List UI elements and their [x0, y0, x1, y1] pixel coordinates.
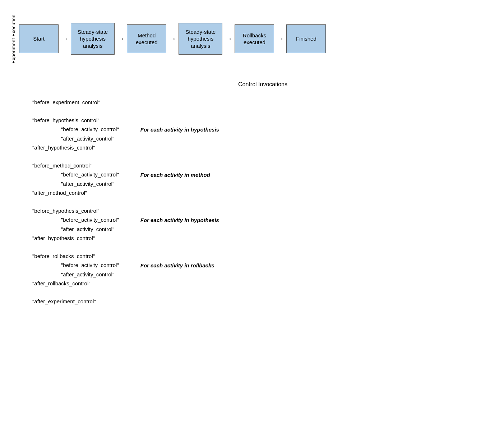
inv-note: For each activity in hypothesis: [140, 217, 219, 223]
arrow-5: →: [274, 34, 286, 43]
inv-line: "before_rollbacks_control": [32, 252, 493, 261]
flow-node-finished: Finished: [286, 24, 326, 53]
inv-line: "before_method_control": [32, 161, 493, 170]
inv-line: "before_hypothesis_control": [32, 206, 493, 216]
invocation-block-3: "before_hypothesis_control" "before_acti…: [32, 206, 493, 243]
inv-line: "after_activity_control": [61, 134, 493, 143]
inv-line: "before_hypothesis_control": [32, 116, 493, 125]
inv-line: "before_activity_control": [61, 170, 119, 179]
inv-line-with-note: "before_activity_control" For each activ…: [32, 170, 493, 179]
inv-line-with-note: "before_activity_control" For each activ…: [32, 125, 493, 134]
inv-line: "before_activity_control": [61, 125, 119, 134]
invocation-block-1: "before_hypothesis_control" "before_acti…: [32, 116, 493, 152]
flow-diagram: Start → Steady-statehypothesisanalysis →…: [19, 23, 326, 55]
section-title: Control Invocations: [32, 81, 493, 88]
inv-line: "before_activity_control": [61, 261, 119, 270]
arrow-4: →: [222, 34, 235, 43]
invocation-block-4: "before_rollbacks_control" "before_activ…: [32, 252, 493, 288]
content-area: Control Invocations "before_experiment_c…: [11, 81, 493, 306]
inv-line: "after_activity_control": [61, 225, 493, 234]
inv-line: "after_experiment_control": [32, 297, 493, 306]
inv-line: "before_activity_control": [61, 215, 119, 225]
inv-note: For each activity in hypothesis: [140, 127, 219, 133]
inv-line-with-note: "before_activity_control" For each activ…: [32, 215, 493, 225]
inv-note: For each activity in rollbacks: [140, 262, 214, 268]
inv-line: "after_hypothesis_control": [32, 234, 493, 243]
flow-node-steady-state-1: Steady-statehypothesisanalysis: [71, 23, 115, 55]
inv-line: "after_rollbacks_control": [32, 279, 493, 288]
diagram-wrapper: Experiment Execution Start → Steady-stat…: [11, 14, 493, 63]
arrow-3: →: [166, 34, 179, 43]
vertical-label: Experiment Execution: [11, 14, 16, 63]
flow-node-method-executed: Methodexecuted: [127, 24, 166, 53]
flow-node-steady-state-2: Steady-statehypothesisanalysis: [179, 23, 222, 55]
inv-line: "after_activity_control": [61, 179, 493, 189]
flow-node-rollbacks-executed: Rollbacksexecuted: [235, 24, 274, 53]
arrow-1: →: [59, 34, 71, 43]
inv-line: "before_experiment_control": [32, 98, 493, 107]
inv-line-with-note: "before_activity_control" For each activ…: [32, 261, 493, 270]
invocation-block-2: "before_method_control" "before_activity…: [32, 161, 493, 198]
invocation-block-5: "after_experiment_control": [32, 297, 493, 306]
inv-line: "after_activity_control": [61, 270, 493, 279]
invocation-block-0: "before_experiment_control": [32, 98, 493, 107]
flow-node-start: Start: [19, 24, 59, 53]
inv-line: "after_method_control": [32, 188, 493, 198]
arrow-2: →: [115, 34, 127, 43]
inv-line: "after_hypothesis_control": [32, 143, 493, 152]
inv-note: For each activity in method: [140, 172, 210, 178]
